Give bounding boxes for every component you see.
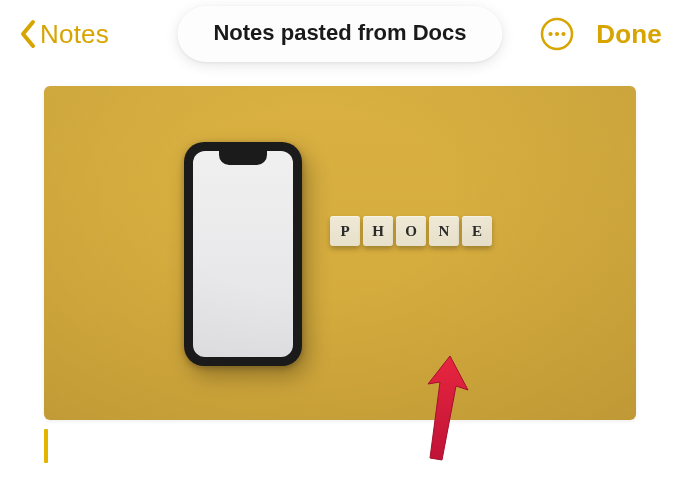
letter-tile: O [396,216,426,246]
svg-point-2 [555,32,559,36]
chevron-left-icon [18,18,38,50]
done-button[interactable]: Done [596,19,662,50]
svg-point-1 [549,32,553,36]
letter-tile: E [462,216,492,246]
more-options-button[interactable] [540,17,574,51]
letter-tiles: P H O N E [330,216,492,246]
phone-screen [193,151,293,357]
text-cursor [44,429,48,463]
embedded-image[interactable]: P H O N E [44,86,636,420]
note-body[interactable]: P H O N E [0,68,680,420]
letter-tile: N [429,216,459,246]
back-button[interactable]: Notes [18,18,109,50]
svg-point-3 [562,32,566,36]
ellipsis-circle-icon [540,17,574,51]
title-toast: Notes pasted from Docs [177,6,502,62]
phone-notch [219,151,267,165]
page-title: Notes pasted from Docs [213,20,466,45]
letter-tile: H [363,216,393,246]
header-actions: Done [540,17,662,51]
phone-mockup [184,142,302,366]
navigation-bar: Notes Notes pasted from Docs Done [0,0,680,68]
letter-tile: P [330,216,360,246]
back-label: Notes [40,19,109,50]
